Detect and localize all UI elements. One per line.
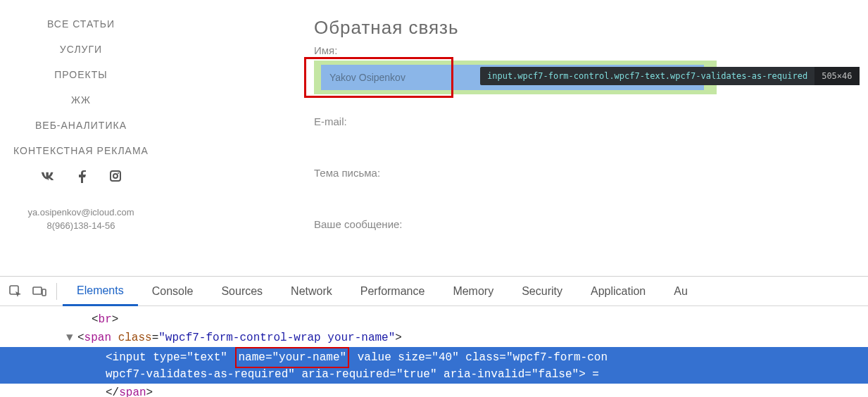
nav-services[interactable]: УСЛУГИ — [0, 44, 162, 55]
facebook-icon[interactable] — [79, 170, 86, 186]
contact-email[interactable]: ya.osipenkov@icloud.com — [0, 207, 162, 218]
vk-icon[interactable] — [41, 170, 55, 186]
devtools-elements-source[interactable]: <<br>br> ▼<span class="wpcf7-form-contro… — [0, 306, 868, 397]
nav-lj[interactable]: ЖЖ — [0, 94, 162, 106]
page-heading: Обратная связь — [314, 17, 727, 39]
code-line-br: <<br>br> — [77, 310, 868, 329]
code-line-span-open[interactable]: ▼<span class="wpcf7-form-control-wrap yo… — [77, 329, 868, 347]
tab-memory[interactable]: Memory — [439, 277, 508, 306]
code-line-input-selected[interactable]: <input type="text" name="your-name" valu… — [0, 347, 868, 365]
tab-console[interactable]: Console — [138, 277, 208, 306]
device-toolbar-icon[interactable] — [30, 282, 49, 301]
code-line-input-continued[interactable]: wpcf7-validates-as-required" aria-requir… — [0, 365, 868, 384]
inspector-tooltip: input.wpcf7-form-control.wpcf7-text.wpcf… — [480, 67, 860, 85]
svg-point-2 — [118, 172, 119, 174]
contact-phone[interactable]: 8(966)138-14-56 — [0, 220, 162, 231]
main-content: Обратная связь input.wpcf7-form-control.… — [162, 0, 868, 276]
svg-rect-5 — [42, 289, 46, 296]
nav-web-analytics[interactable]: ВЕБ-АНАЛИТИКА — [0, 120, 162, 131]
devtools-panel: Elements Console Sources Network Perform… — [0, 276, 868, 397]
tab-performance[interactable]: Performance — [346, 277, 439, 306]
svg-point-1 — [113, 174, 118, 178]
tab-audits[interactable]: Au — [660, 277, 702, 306]
sidebar: ВСЕ СТАТЬИ УСЛУГИ ПРОЕКТЫ ЖЖ ВЕБ-АНАЛИТИ… — [0, 0, 162, 276]
inspect-element-icon[interactable] — [6, 282, 25, 301]
devtools-tabs: Elements Console Sources Network Perform… — [0, 277, 868, 306]
instagram-icon[interactable] — [110, 170, 121, 186]
tab-sources[interactable]: Sources — [207, 277, 277, 306]
email-label: E-mail: — [314, 115, 727, 127]
message-label: Ваше сообщение: — [314, 218, 727, 230]
nav-all-articles[interactable]: ВСЕ СТАТЬИ — [0, 18, 162, 30]
nav-context-ads[interactable]: КОНТЕКСТНАЯ РЕКЛАМА — [0, 145, 162, 156]
social-icons — [0, 170, 162, 186]
svg-rect-4 — [33, 287, 42, 294]
tab-network[interactable]: Network — [277, 277, 346, 306]
name-label: Имя: — [314, 44, 727, 56]
nav-projects[interactable]: ПРОЕКТЫ — [0, 69, 162, 80]
divider — [56, 283, 57, 300]
code-line-span-close[interactable]: </span> — [77, 384, 868, 397]
svg-rect-0 — [111, 171, 120, 181]
subject-label: Тема письма: — [314, 167, 727, 179]
inspector-selector-text: input.wpcf7-form-control.wpcf7-text.wpcf… — [480, 71, 814, 81]
tab-elements[interactable]: Elements — [63, 277, 138, 306]
inspector-dimensions: 505×46 — [814, 67, 859, 85]
tab-security[interactable]: Security — [508, 277, 577, 306]
tab-application[interactable]: Application — [577, 277, 660, 306]
